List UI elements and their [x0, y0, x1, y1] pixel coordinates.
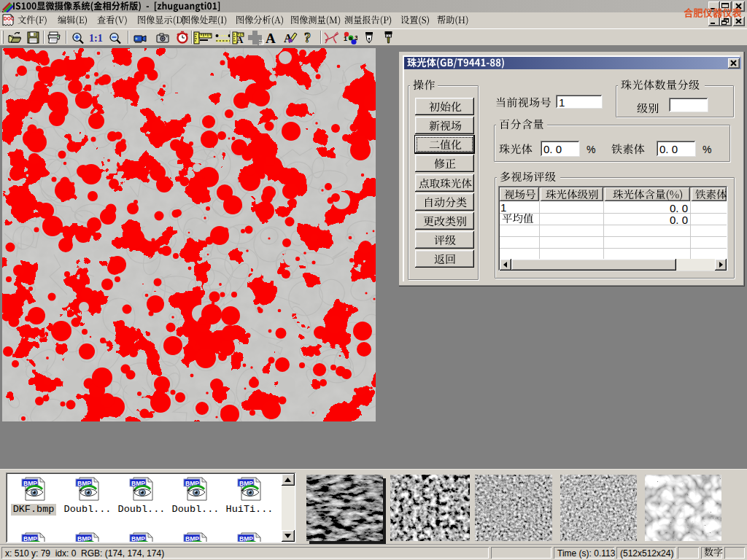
svg-text:A: A [236, 34, 244, 44]
svg-text:a: a [349, 35, 353, 42]
svg-text:?: ? [304, 31, 311, 44]
svg-text:DOC: DOC [4, 16, 15, 21]
svg-text:1: 1 [344, 35, 347, 42]
svg-text:3: 3 [355, 34, 357, 42]
